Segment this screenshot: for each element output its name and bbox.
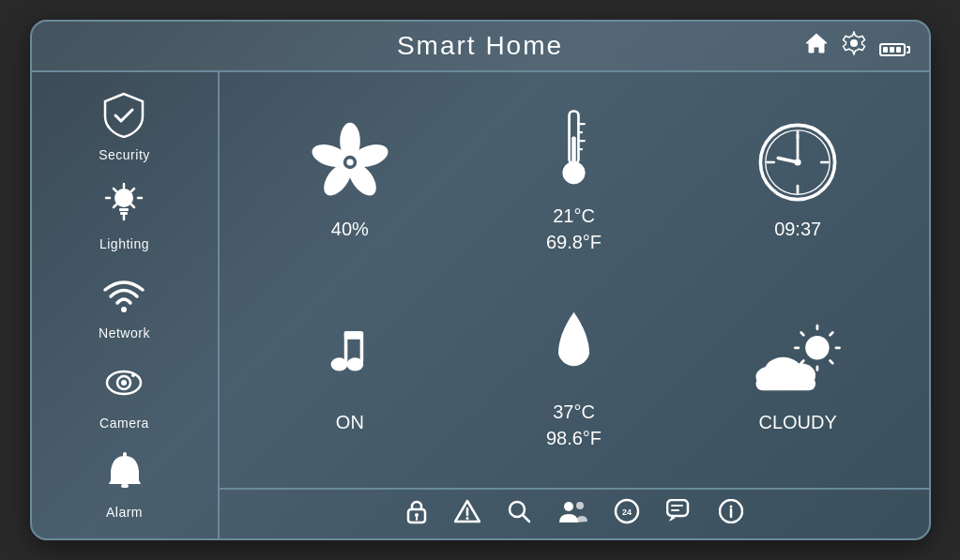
temperature-value: 21°C69.8°F — [546, 203, 602, 255]
svg-rect-18 — [121, 484, 129, 488]
svg-line-68 — [523, 515, 529, 522]
svg-point-48 — [805, 336, 829, 359]
grid-cell-clock: 09:37 — [686, 82, 910, 280]
info-icon[interactable] — [719, 499, 743, 529]
sidebar-security-label: Security — [99, 147, 150, 162]
page-title: Smart Home — [397, 31, 563, 61]
network-icon — [100, 269, 147, 322]
app-frame: Smart Home — [30, 20, 931, 540]
svg-point-47 — [346, 358, 363, 371]
sidebar-item-alarm[interactable]: Alarm — [101, 448, 148, 520]
body: Security — [32, 72, 929, 538]
svg-line-54 — [830, 361, 833, 364]
svg-line-9 — [114, 189, 116, 191]
footer: 24 — [220, 488, 929, 538]
svg-rect-45 — [344, 331, 363, 340]
svg-point-29 — [563, 161, 585, 183]
svg-line-11 — [114, 204, 116, 207]
sidebar-item-network[interactable]: Network — [99, 269, 150, 341]
weather-icon — [751, 323, 845, 401]
svg-point-17 — [131, 373, 135, 377]
sidebar-network-label: Network — [99, 325, 150, 341]
svg-point-13 — [121, 307, 127, 312]
camera-icon — [100, 359, 147, 412]
svg-rect-3 — [119, 208, 129, 211]
fan-icon — [308, 120, 392, 208]
chat-icon[interactable] — [666, 499, 693, 529]
grid-cell-humidity: 37°C98.6°F — [462, 280, 686, 479]
24h-icon[interactable]: 24 — [614, 498, 640, 530]
sidebar-camera-label: Camera — [99, 416, 149, 431]
svg-point-26 — [346, 159, 353, 165]
svg-rect-60 — [756, 377, 816, 391]
svg-line-10 — [131, 189, 134, 191]
clock-icon — [755, 120, 840, 208]
grid-area: 40% 21°C6 — [220, 72, 929, 488]
sidebar-item-security[interactable]: Security — [99, 91, 150, 162]
svg-point-69 — [564, 502, 573, 511]
sidebar-item-lighting[interactable]: Lighting — [99, 180, 149, 251]
main-content: 40% 21°C6 — [220, 72, 929, 538]
svg-line-56 — [801, 361, 804, 364]
svg-text:24: 24 — [621, 507, 631, 517]
svg-point-46 — [330, 358, 347, 371]
svg-rect-73 — [667, 500, 688, 516]
svg-point-1 — [850, 39, 858, 47]
drop-icon — [543, 308, 604, 391]
svg-line-55 — [830, 333, 833, 336]
lock-icon[interactable] — [405, 498, 428, 530]
sidebar-lighting-label: Lighting — [99, 236, 149, 251]
svg-point-16 — [121, 380, 127, 386]
warning-icon[interactable] — [454, 499, 480, 529]
thermometer-icon — [548, 107, 600, 195]
svg-line-53 — [801, 333, 804, 336]
people-icon[interactable] — [557, 499, 587, 529]
sidebar-item-camera[interactable]: Camera — [99, 359, 149, 431]
alarm-icon — [101, 448, 148, 501]
grid-cell-weather: CLOUDY — [686, 280, 910, 479]
humidity-value: 37°C98.6°F — [546, 399, 602, 451]
header: Smart Home — [32, 22, 929, 72]
search-icon[interactable] — [507, 499, 531, 529]
svg-point-70 — [576, 502, 584, 509]
sidebar-alarm-label: Alarm — [106, 505, 143, 520]
svg-point-66 — [465, 517, 468, 520]
grid-cell-music: ON — [238, 280, 463, 479]
home-icon[interactable] — [804, 32, 829, 60]
weather-value: CLOUDY — [758, 409, 836, 435]
svg-point-42 — [795, 159, 801, 165]
svg-rect-44 — [359, 336, 363, 362]
svg-rect-19 — [123, 452, 127, 457]
svg-line-12 — [131, 204, 134, 207]
settings-icon[interactable] — [842, 31, 866, 61]
grid-cell-temperature: 21°C69.8°F — [462, 82, 686, 280]
sidebar: Security — [32, 72, 220, 538]
svg-rect-4 — [120, 212, 128, 215]
lighting-icon — [100, 180, 147, 233]
clock-value: 09:37 — [774, 216, 821, 242]
music-icon — [312, 323, 388, 401]
svg-marker-0 — [806, 34, 827, 53]
header-icons — [804, 31, 910, 61]
grid-cell-fan: 40% — [238, 82, 463, 280]
security-icon — [100, 91, 147, 144]
svg-point-78 — [729, 506, 732, 508]
battery-icon — [879, 34, 910, 58]
music-value: ON — [336, 409, 364, 435]
fan-value: 40% — [331, 216, 369, 242]
